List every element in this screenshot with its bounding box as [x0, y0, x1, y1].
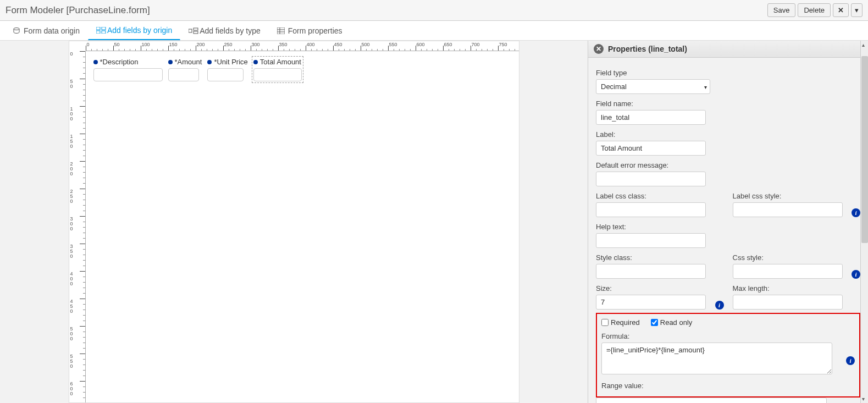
- scroll-up-icon[interactable]: ▴: [862, 42, 865, 48]
- svg-rect-5: [189, 29, 192, 32]
- label-size: Size:: [596, 284, 712, 292]
- field-input: [168, 68, 199, 81]
- svg-rect-4: [102, 31, 106, 34]
- save-button[interactable]: Save: [767, 3, 796, 17]
- readonly-checkbox[interactable]: [651, 319, 658, 326]
- svg-point-0: [14, 28, 19, 30]
- help-text-input[interactable]: [596, 233, 706, 248]
- field-input: [93, 68, 163, 81]
- range-value-textarea[interactable]: [596, 398, 827, 403]
- delete-button[interactable]: Delete: [798, 3, 831, 17]
- field-label: Total Amount: [260, 58, 301, 66]
- field-dot-icon: [168, 60, 173, 64]
- field-label: *Description: [100, 58, 139, 66]
- svg-rect-2: [96, 31, 100, 34]
- css-style-input[interactable]: [733, 264, 843, 279]
- readonly-checkbox-label: Read only: [651, 318, 693, 327]
- tab-add-by-type[interactable]: Add fields by type: [180, 21, 269, 40]
- field-dot-icon: [253, 60, 258, 64]
- workspace: 0501001502002503003504004505005506006507…: [0, 41, 868, 403]
- form-type-icon: [189, 27, 196, 34]
- default-error-input[interactable]: [596, 172, 706, 186]
- formula-textarea[interactable]: [601, 343, 832, 374]
- horizontal-ruler: 0501001502002503003504004505005506006507…: [86, 41, 519, 51]
- side-scrollbar[interactable]: ▴ ▾: [860, 41, 868, 403]
- title-bar: Form Modeler [PurchaseLine.form] Save De…: [0, 0, 868, 21]
- close-button[interactable]: ✕: [833, 3, 849, 17]
- label-label-css-class: Label css class:: [596, 192, 724, 200]
- label-field-type: Field type: [596, 69, 860, 77]
- vertical-ruler: 050100150200250300350400450500550600: [69, 51, 86, 402]
- scroll-thumb[interactable]: [861, 56, 868, 243]
- form-origin-icon: [96, 27, 104, 34]
- label-input[interactable]: [596, 141, 706, 156]
- field-input: [253, 68, 302, 81]
- tab-data-origin[interactable]: Form data origin: [4, 21, 88, 40]
- label-range-value: Range value:: [601, 382, 855, 390]
- close-panel-icon[interactable]: ✕: [594, 44, 604, 54]
- properties-body: Field type Decimal ▾ Field name: Label: …: [588, 58, 868, 403]
- style-class-input[interactable]: [596, 264, 706, 279]
- label-formula: Formula:: [601, 332, 843, 340]
- field-amount[interactable]: *Amount: [168, 58, 202, 81]
- form-fields-row: *Description *Amount *Unit Price Total A…: [93, 58, 302, 81]
- tab-label: Add fields by type: [200, 26, 261, 35]
- properties-header: ✕ Properties (line_total): [588, 41, 868, 58]
- field-input: [207, 68, 244, 81]
- label-max-length: Max length:: [733, 284, 861, 292]
- properties-panel: ✕ Properties (line_total) Field type Dec…: [588, 41, 868, 403]
- field-type-select[interactable]: Decimal: [596, 79, 710, 94]
- label-style-class: Style class:: [596, 253, 724, 262]
- tab-add-by-origin[interactable]: Add fields by origin: [88, 21, 180, 40]
- info-icon[interactable]: i: [852, 208, 860, 217]
- svg-rect-7: [193, 31, 198, 34]
- label-field-name: Field name:: [596, 100, 860, 108]
- label-def-err: Default error message:: [596, 161, 860, 169]
- field-unit-price[interactable]: *Unit Price: [207, 58, 247, 81]
- required-checkbox-label: Required: [601, 318, 640, 327]
- max-length-input[interactable]: [733, 295, 843, 310]
- tab-bar: Form data origin Add fields by origin Ad…: [0, 21, 868, 41]
- menu-caret-button[interactable]: ▾: [851, 3, 863, 17]
- props-icon: [277, 27, 285, 34]
- highlighted-section: Required Read only Formula: i Range valu…: [596, 313, 860, 398]
- window-title: Form Modeler [PurchaseLine.form]: [5, 5, 150, 16]
- field-label: *Amount: [175, 58, 202, 66]
- svg-rect-8: [277, 27, 285, 34]
- form-canvas[interactable]: 0501001502002503003504004505005506006507…: [69, 41, 519, 403]
- db-icon: [13, 27, 20, 34]
- label-help-text: Help text:: [596, 223, 860, 231]
- field-label: *Unit Price: [214, 58, 247, 66]
- canvas-area: 0501001502002503003504004505005506006507…: [0, 41, 588, 403]
- size-input[interactable]: [596, 295, 706, 310]
- info-icon[interactable]: i: [715, 301, 724, 310]
- label-css-style-input[interactable]: [733, 202, 843, 217]
- svg-rect-1: [96, 27, 100, 30]
- field-dot-icon: [207, 60, 212, 64]
- field-dot-icon: [93, 60, 98, 64]
- field-description[interactable]: *Description: [93, 58, 163, 81]
- svg-rect-6: [193, 28, 198, 30]
- scroll-down-icon[interactable]: ▾: [862, 396, 865, 402]
- title-buttons: Save Delete ✕ ▾: [767, 3, 863, 17]
- properties-title: Properties (line_total): [608, 45, 687, 53]
- label-css-style: Css style:: [733, 253, 849, 262]
- label-label-css-style: Label css style:: [733, 192, 849, 200]
- required-checkbox[interactable]: [601, 319, 609, 326]
- svg-rect-3: [102, 27, 106, 30]
- tab-form-properties[interactable]: Form properties: [269, 21, 351, 40]
- field-name-input[interactable]: [596, 110, 706, 125]
- tab-label: Form properties: [288, 26, 342, 35]
- tab-label: Add fields by origin: [107, 26, 172, 35]
- info-icon[interactable]: i: [852, 270, 860, 279]
- field-total-amount[interactable]: Total Amount: [252, 56, 303, 83]
- label-css-class-input[interactable]: [596, 202, 706, 217]
- info-icon[interactable]: i: [846, 356, 855, 365]
- label-label: Label:: [596, 130, 860, 139]
- tab-label: Form data origin: [24, 26, 80, 35]
